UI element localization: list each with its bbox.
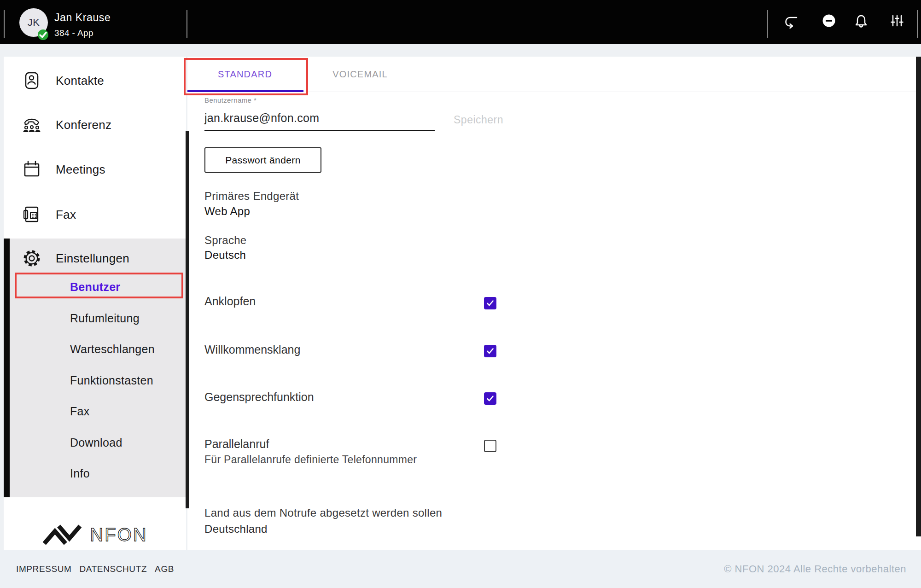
user-name: Jan Krause xyxy=(54,12,111,24)
main-content: STANDARD VOICEMAIL Benutzername * jan.kr… xyxy=(187,57,921,550)
call-waiting-label: Anklopfen xyxy=(204,295,256,308)
footer-link-datenschutz[interactable]: DATENSCHUTZ xyxy=(79,564,147,574)
sidebar-item-label: Einstellungen xyxy=(56,251,129,266)
sidebar-item-label: Kontakte xyxy=(56,74,104,88)
gear-icon xyxy=(22,248,42,268)
emergency-country-label: Land aus dem Notrufe abgesetzt werden so… xyxy=(204,506,442,519)
do-not-disturb-icon[interactable] xyxy=(821,12,837,29)
header-divider xyxy=(767,10,768,38)
sidebar-subitem-warteschlangen[interactable]: Warteschlangen xyxy=(10,340,186,358)
copyright-text: © NFON 2024 Alle Rechte vorbehalten xyxy=(724,563,906,575)
sidebar-subitem-fax[interactable]: Fax xyxy=(10,402,186,420)
sidebar-item-fax[interactable]: Fax xyxy=(4,203,186,227)
settings-section: Einstellungen Benutzer Rufumleitung Wart… xyxy=(4,239,186,497)
welcome-sound-checkbox[interactable] xyxy=(484,345,496,357)
tab-voicemail[interactable]: VOICEMAIL xyxy=(303,57,418,92)
contacts-book-icon xyxy=(22,70,42,91)
conference-phone-icon xyxy=(22,115,42,135)
intercom-label: Gegensprechfunktion xyxy=(204,390,314,404)
welcome-sound-label: Willkommensklang xyxy=(204,343,300,356)
active-section-indicator xyxy=(4,239,10,497)
change-password-button[interactable]: Passwort ändern xyxy=(204,147,321,173)
nfon-logo-mark-icon xyxy=(42,524,82,546)
footer-link-impressum[interactable]: IMPRESSUM xyxy=(16,564,71,574)
parallel-call-label: Parallelanruf xyxy=(204,437,269,451)
fax-machine-icon xyxy=(22,204,42,225)
tab-standard[interactable]: STANDARD xyxy=(187,57,303,92)
nfon-logo-text: NFON xyxy=(90,524,147,545)
page-footer: IMPRESSUM DATENSCHUTZ AGB © NFON 2024 Al… xyxy=(0,550,921,588)
username-input-underline xyxy=(204,130,435,131)
emergency-country-value[interactable]: Deutschland xyxy=(204,523,268,536)
save-button[interactable]: Speichern xyxy=(454,114,503,126)
intercom-checkbox[interactable] xyxy=(484,392,496,405)
primary-device-label: Primäres Endgerät xyxy=(204,190,299,203)
page-scrollbar-thumb[interactable] xyxy=(916,57,921,536)
header-divider xyxy=(917,10,918,38)
sidebar-item-meetings[interactable]: Meetings xyxy=(4,157,186,181)
call-redirect-icon[interactable] xyxy=(783,12,799,29)
sidebar-subitem-funktionstasten[interactable]: Funktionstasten xyxy=(10,371,186,390)
sidebar-item-label: Fax xyxy=(56,208,76,222)
sidebar: Kontakte Konferenz Meetings xyxy=(4,57,186,550)
call-waiting-checkbox[interactable] xyxy=(484,297,496,309)
active-tab-underline xyxy=(187,90,303,92)
sidebar-item-kontakte[interactable]: Kontakte xyxy=(4,69,186,93)
language-label: Sprache xyxy=(204,234,247,247)
parallel-call-description: Für Parallelanrufe definierte Telefonnum… xyxy=(204,454,417,466)
status-available-badge xyxy=(38,29,48,40)
sidebar-subitem-benutzer[interactable]: Benutzer xyxy=(10,278,186,296)
top-header: JK Jan Krause 384 - App xyxy=(0,0,921,44)
language-value[interactable]: Deutsch xyxy=(204,249,246,262)
avatar-initials: JK xyxy=(28,17,40,29)
tune-sliders-icon[interactable] xyxy=(889,12,905,29)
calendar-icon xyxy=(22,159,42,180)
sidebar-subitem-rufumleitung[interactable]: Rufumleitung xyxy=(10,309,186,327)
tab-bar: STANDARD VOICEMAIL xyxy=(187,57,921,92)
sidebar-subitem-download[interactable]: Download xyxy=(10,433,186,452)
username-label: Benutzername * xyxy=(204,96,256,104)
sidebar-item-label: Konferenz xyxy=(56,118,111,132)
nfon-logo: NFON xyxy=(4,518,186,551)
primary-device-value[interactable]: Web App xyxy=(204,205,250,218)
notifications-bell-icon[interactable] xyxy=(853,12,869,29)
footer-links: IMPRESSUM DATENSCHUTZ AGB xyxy=(16,564,174,574)
footer-link-agb[interactable]: AGB xyxy=(155,564,174,574)
sidebar-item-label: Meetings xyxy=(56,163,105,177)
sidebar-scrollbar-thumb[interactable] xyxy=(186,131,189,508)
parallel-call-checkbox[interactable] xyxy=(484,440,496,452)
sidebar-item-einstellungen[interactable]: Einstellungen xyxy=(10,245,186,272)
sidebar-item-konferenz[interactable]: Konferenz xyxy=(4,113,186,137)
username-input[interactable]: jan.krause@nfon.com xyxy=(204,111,319,125)
header-left-divider xyxy=(4,10,5,38)
sidebar-subitem-info[interactable]: Info xyxy=(10,464,186,483)
header-divider xyxy=(187,10,187,38)
user-extension: 384 - App xyxy=(54,28,93,38)
